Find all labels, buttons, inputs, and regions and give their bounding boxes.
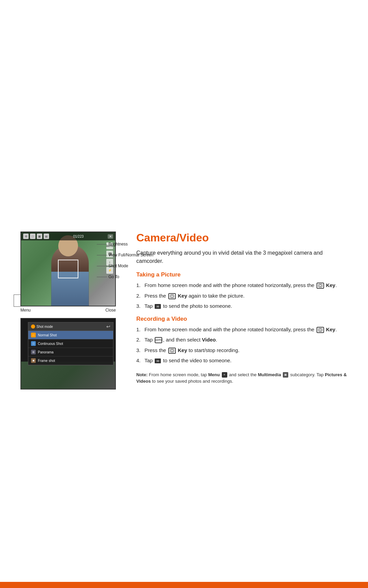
- intro-text: Capture everything around you in vivid d…: [136, 249, 348, 265]
- taking-picture-steps: 1. From home screen mode and with the ph…: [136, 282, 348, 310]
- camera-mode-icon: □: [30, 234, 35, 239]
- bottom-labels: Menu Close: [20, 308, 116, 313]
- list-item: 1. From home screen mode and with the ph…: [136, 326, 348, 334]
- list-item: 3. Press the Key to start/stop recording…: [136, 347, 348, 354]
- frame-shot-icon: ▣: [31, 358, 36, 363]
- go-to-label: Go To: [108, 274, 119, 279]
- phone-screen-frame-bottom: Shot mode ↩ □ Normal Shot ◫ Continuous S…: [20, 318, 116, 390]
- close-label: Close: [105, 308, 116, 313]
- continuous-shot-label: Continuous Shot: [38, 342, 63, 346]
- menu-header-icon: [31, 324, 35, 329]
- menu-item-panorama[interactable]: ▥ Panorama: [28, 348, 113, 356]
- brightness-label: Brightness: [108, 242, 128, 247]
- recording-video-steps: 1. From home screen mode and with the ph…: [136, 326, 348, 365]
- phone-top-bar: ⚙ □ ▦ ▤ 01/223 ✕: [21, 232, 115, 240]
- camera-key-icon-4: [168, 348, 176, 354]
- bottom-bar: [0, 582, 368, 588]
- settings-icon: ⚙: [23, 234, 29, 239]
- grid-icon: ▤: [44, 234, 49, 239]
- phone-screenshot-top: ⚙ □ ▦ ▤ 01/223 ✕ GOTO 🖼 ↕ ⚡: [20, 232, 116, 313]
- shot-mode-label: Shot Mode: [108, 264, 128, 268]
- panorama-label: Panorama: [38, 350, 53, 354]
- taking-picture-heading: Taking a Picture: [136, 271, 348, 278]
- note-section: Note: From home screen mode, tap Menu ≡ …: [136, 371, 348, 385]
- menu-item-normal-shot[interactable]: □ Normal Shot: [28, 331, 113, 339]
- frame-shot-label: Frame shot: [38, 359, 55, 363]
- camera-key-icon-1: [317, 283, 324, 289]
- recording-video-heading: Recording a Video: [136, 316, 348, 322]
- mail-icon-1: [155, 304, 161, 309]
- note-label: Note:: [136, 372, 148, 377]
- menu-header-title: Shot mode: [36, 325, 53, 329]
- list-item: 3. Tap to send the photo to someone.: [136, 302, 348, 310]
- multimedia-icon-inline: ▦: [283, 372, 288, 378]
- film-icon: ▦: [37, 234, 42, 239]
- focus-box: [58, 260, 78, 279]
- panorama-icon: ▥: [31, 350, 36, 354]
- normal-shot-label: Normal Shot: [38, 333, 57, 337]
- list-item: 1. From home screen mode and with the ph…: [136, 282, 348, 289]
- shot-mode-menu: Shot mode ↩ □ Normal Shot ◫ Continuous S…: [28, 322, 113, 365]
- phone-screenshot-bottom: Shot mode ↩ □ Normal Shot ◫ Continuous S…: [20, 318, 123, 390]
- camera-key-icon-2: [168, 293, 176, 299]
- camera-key-icon-3: [317, 327, 324, 333]
- menu-icon-inline: ≡: [222, 372, 227, 378]
- menu-item-frame-shot[interactable]: ▣ Frame shot: [28, 356, 113, 365]
- menu-label: Menu: [20, 308, 31, 313]
- menu-back-icon[interactable]: ↩: [106, 324, 110, 329]
- goto-icon-inline: GOTO: [155, 337, 162, 343]
- list-item: 2. Tap GOTO, and then select Video.: [136, 336, 348, 344]
- menu-item-continuous-shot[interactable]: ◫ Continuous Shot: [28, 339, 113, 348]
- photo-counter: 01/223: [73, 235, 84, 238]
- menu-header: Shot mode ↩: [28, 322, 113, 331]
- view-full-label: View Full/Normal Screen: [108, 253, 153, 257]
- list-item: 4. Tap to send the video to someone.: [136, 357, 348, 365]
- right-column: Camera/Video Capture everything around y…: [136, 232, 348, 390]
- continuous-shot-icon: ◫: [31, 341, 36, 346]
- phone-close-btn[interactable]: ✕: [108, 234, 113, 239]
- mail-icon-2: [155, 359, 161, 363]
- left-column: ⚙ □ ▦ ▤ 01/223 ✕ GOTO 🖼 ↕ ⚡: [20, 232, 123, 390]
- normal-shot-icon: □: [31, 333, 36, 337]
- page-title: Camera/Video: [136, 232, 348, 244]
- list-item: 2. Press the Key again to take the pictu…: [136, 292, 348, 300]
